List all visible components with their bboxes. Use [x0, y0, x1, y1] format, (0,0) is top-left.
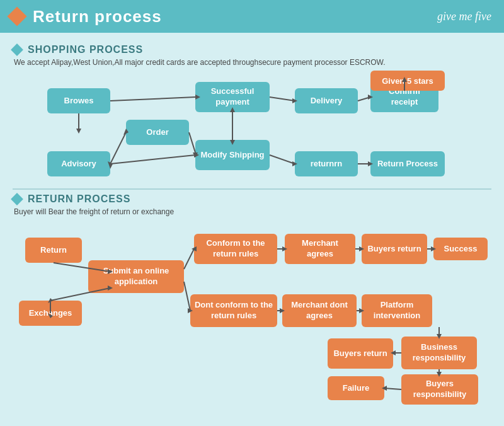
successful-payment-box: Successful payment — [195, 82, 270, 112]
advisory-box: Advisory — [47, 151, 110, 176]
svg-marker-15 — [402, 77, 407, 82]
return-desc: Buyer will Bear the freight of return or… — [14, 207, 491, 216]
svg-line-6 — [189, 132, 195, 153]
brand-text: give me five — [437, 10, 491, 23]
shopping-desc: We accept Alipay,West Union,All major cr… — [14, 58, 491, 67]
business-resp-box: Business responsibility — [401, 337, 477, 369]
return-diagram: Return Exchanges Submit an online applic… — [13, 220, 491, 403]
merchant-dont-box: Merchant dont agrees — [282, 294, 357, 327]
dont-conform-box: Dont conform to the return rules — [190, 294, 277, 327]
merchant-agrees-box: Merchant agrees — [285, 234, 355, 264]
shopping-diagram: Browes Order Advisory Modify Shipping Su… — [13, 71, 491, 187]
svg-line-2 — [110, 97, 195, 101]
failure-box: Failure — [328, 376, 384, 400]
svg-line-32 — [184, 282, 190, 311]
header-diamond-icon — [7, 6, 26, 26]
return-btn-box: Return — [25, 238, 82, 263]
shopping-diamond-icon — [11, 43, 23, 56]
shopping-section-header: SHOPPING PROCESS — [13, 44, 491, 55]
svg-line-50 — [384, 388, 401, 389]
buyers-return2-box: Buyers return — [328, 338, 393, 369]
svg-line-8 — [110, 155, 195, 164]
return-section-header: RETURN PROCESS — [13, 193, 491, 205]
return-title: RETURN PROCESS — [28, 193, 130, 205]
submit-online-box: Submit an online application — [88, 260, 184, 293]
order-box: Order — [126, 120, 189, 145]
svg-line-12 — [358, 97, 370, 101]
header: Return process give me five — [0, 0, 504, 33]
svg-line-30 — [184, 249, 194, 269]
delivery-box: Delivery — [295, 88, 358, 113]
browes-box: Browes — [47, 88, 110, 113]
shopping-title: SHOPPING PROCESS — [28, 44, 143, 55]
confirm-receipt-box: Confirm receipt — [370, 82, 438, 112]
returnrn-box: returnrn — [295, 151, 358, 176]
main-content: SHOPPING PROCESS We accept Alipay,West U… — [0, 33, 504, 426]
return-diamond-icon — [11, 193, 23, 205]
svg-line-19 — [270, 155, 295, 164]
exchanges-btn-box: Exchanges — [19, 301, 82, 326]
svg-line-10 — [270, 97, 295, 101]
page-title: Return process — [33, 7, 162, 26]
buyers-return1-box: Buyers return — [362, 234, 427, 264]
return-process-box: Return Process — [370, 151, 445, 176]
platform-intervention-box: Platform intervention — [362, 294, 432, 327]
success-box: Success — [433, 238, 488, 260]
modify-shipping-box: Modify Shipping — [195, 140, 270, 170]
conform-return-box: Conform to the return rules — [194, 234, 277, 264]
buyers-resp-box: Buyers responsibility — [401, 374, 478, 405]
divider — [13, 188, 491, 190]
svg-marker-5 — [76, 129, 81, 134]
svg-line-23 — [110, 132, 126, 164]
